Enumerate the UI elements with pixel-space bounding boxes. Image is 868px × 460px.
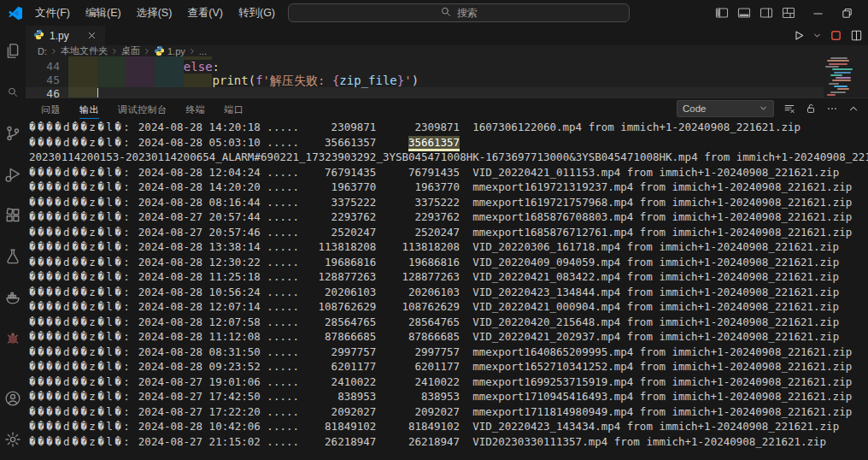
output-channel-value: Code — [683, 103, 707, 114]
panel-tab-问题[interactable]: 问题 — [41, 98, 61, 119]
settings-gear-icon[interactable] — [0, 419, 26, 460]
customize-layout-icon[interactable] — [777, 0, 800, 26]
toggle-panel-icon[interactable] — [733, 0, 755, 26]
titlebar-controls — [711, 0, 868, 26]
output-line: ����d��z�l�: 2024-08-27 20:57:46 ..... 2… — [29, 225, 868, 240]
menu-item[interactable]: 转到(G) — [231, 3, 283, 23]
minimize-icon[interactable] — [806, 0, 829, 26]
output-line: ����d��z�l�: 2024-08-27 17:42:50 ..... 8… — [29, 389, 868, 404]
output-line-wrapped: 20230114200153-20230114200654_ALARM#6902… — [29, 150, 868, 165]
line-number[interactable]: 46 — [26, 87, 60, 97]
menu-item[interactable]: 查看(V) — [179, 3, 231, 23]
bottom-panel: 问题输出调试控制台终端端口 Code ����d��z�l�: 2024-08-… — [26, 97, 868, 460]
output-channel-select[interactable]: Code — [677, 100, 774, 117]
breadcrumb: D:本地文件夹桌面1.py... — [26, 45, 868, 56]
panel-actions: Code — [677, 100, 859, 117]
split-editor-icon[interactable] — [850, 29, 863, 42]
match-highlight: 35661357 — [408, 136, 460, 151]
testing-flask-icon[interactable] — [0, 236, 26, 277]
breadcrumb-chevron-icon — [188, 47, 196, 56]
toggle-sidebar-icon[interactable] — [711, 0, 733, 26]
source-control-icon[interactable] — [0, 113, 26, 154]
output-line: ����d��z�l�: 2024-08-27 19:01:06 ..... 2… — [29, 374, 868, 390]
restore-icon[interactable] — [836, 0, 858, 26]
output-line: ����d��z�l�: 2024-08-27 21:15:02 ..... 2… — [29, 434, 868, 450]
output-line: ����d��z�l�: 2024-08-28 08:16:44 ..... 3… — [29, 195, 868, 210]
breadcrumb-chevron-icon — [50, 47, 58, 56]
search-icon — [440, 6, 452, 21]
output-line: ����d��z�l�: 2024-08-28 12:07:14 ..... 1… — [29, 299, 868, 315]
output-line: ����d��z�l�: 2024-08-28 09:23:52 ..... 6… — [29, 359, 868, 374]
clear-output-icon[interactable] — [783, 103, 795, 115]
output-line: ����d��z�l�: 2024-08-27 17:22:20 ..... 2… — [29, 404, 868, 420]
minimap[interactable] — [824, 56, 868, 97]
search-icon[interactable] — [0, 72, 26, 113]
output-line: ����d��z�l�: 2024-08-28 14:20:18 ..... 2… — [29, 120, 868, 135]
code-editor[interactable]: 44 else:45 print(f'解压失败: {zip_file}')46 — [26, 56, 868, 97]
docker-icon[interactable] — [0, 277, 26, 318]
vscode-window: 文件(F)编辑(E)选择(S)查看(V)转到(G)运行(R)··· 搜索 1.p… — [0, 0, 868, 460]
editor-line-45: 45 print(f'解压失败: {zip_file}') — [26, 74, 868, 87]
output-line: ����d��z�l�: 2024-08-28 11:25:18 ..... 1… — [29, 269, 868, 285]
search-label: 搜索 — [457, 6, 478, 21]
stop-icon[interactable] — [830, 29, 842, 42]
breadcrumb-chevron-icon — [143, 47, 151, 56]
line-number[interactable]: 45 — [26, 74, 60, 87]
output-line: ����d��z�l�: 2024-08-28 10:42:06 ..... 8… — [29, 419, 868, 434]
title-bar: 文件(F)编辑(E)选择(S)查看(V)转到(G)运行(R)··· 搜索 — [0, 0, 868, 26]
command-center-search[interactable]: 搜索 — [288, 3, 630, 22]
vscode-logo-icon — [8, 6, 22, 21]
menu-item[interactable]: 编辑(E) — [78, 3, 129, 23]
breadcrumb-item[interactable]: 桌面 — [121, 44, 140, 57]
activity-bar — [0, 26, 26, 460]
output-line: ����d��z�l�: 2024-08-28 08:31:50 ..... 2… — [29, 345, 868, 360]
output-log[interactable]: ����d��z�l�: 2024-08-28 14:20:18 ..... 2… — [26, 119, 868, 460]
panel-header: 问题输出调试控制台终端端口 Code — [26, 98, 868, 119]
run-debug-icon[interactable] — [0, 154, 26, 195]
misc-extension-icon[interactable] — [0, 318, 26, 359]
output-line: ����d��z�l�: 2024-08-28 12:30:22 ..... 1… — [29, 255, 868, 270]
chevron-down-icon[interactable] — [812, 31, 822, 40]
editor-line-46: 46 — [26, 87, 868, 97]
editor-line-44: 44 else: — [26, 60, 868, 74]
menu-item[interactable]: 文件(F) — [27, 3, 78, 23]
output-line: ����d��z�l�: 2024-08-28 11:12:08 ..... 8… — [29, 329, 868, 345]
output-line: ����d��z�l�: 2024-08-28 12:07:58 ..... 2… — [29, 315, 868, 330]
editor-actions — [792, 26, 863, 45]
panel-tab-输出[interactable]: 输出 — [79, 98, 99, 119]
text-cursor — [97, 88, 99, 97]
breadcrumb-item[interactable]: D: — [38, 46, 47, 56]
more-actions-icon[interactable] — [826, 103, 838, 115]
breadcrumb-item[interactable]: 1.py — [154, 45, 185, 56]
panel-tab-端口[interactable]: 端口 — [225, 98, 244, 119]
menu-item[interactable]: 选择(S) — [129, 3, 180, 23]
tab-1py[interactable]: 1.py — [26, 26, 105, 45]
panel-tab-调试控制台[interactable]: 调试控制台 — [118, 98, 167, 119]
account-icon[interactable] — [0, 378, 26, 419]
chevron-down-icon — [759, 103, 768, 115]
breadcrumb-chevron-icon — [110, 47, 119, 56]
editor-and-panel: 1.py D:本地文件夹桌面1.py... 44 else:45 print(f… — [26, 26, 868, 460]
run-icon[interactable] — [792, 29, 805, 42]
breadcrumb-item[interactable]: ... — [199, 46, 207, 56]
workbench: 1.py D:本地文件夹桌面1.py... 44 else:45 print(f… — [0, 26, 868, 460]
output-line: ����d��z�l�: 2024-08-28 13:38:14 ..... 1… — [29, 239, 868, 255]
toggle-secondary-sidebar-icon[interactable] — [755, 0, 777, 26]
output-line: ����d��z�l�: 2024-08-28 12:04:24 ..... 7… — [29, 165, 868, 180]
python-icon — [154, 45, 165, 56]
output-line: ����d��z�l�: 2024-08-27 20:57:44 ..... 2… — [29, 209, 868, 225]
extensions-icon[interactable] — [0, 195, 26, 236]
panel-tabs: 问题输出调试控制台终端端口 — [41, 98, 263, 119]
python-icon — [33, 29, 44, 43]
output-line: ����d��z�l�: 2024-08-28 05:03:10 ..... 3… — [29, 135, 868, 150]
breadcrumb-item[interactable]: 本地文件夹 — [61, 44, 108, 57]
output-line: ����d��z�l�: 2024-08-28 14:20:20 ..... 1… — [29, 180, 868, 195]
output-line: ����d��z�l�: 2024-08-28 10:56:24 ..... 2… — [29, 285, 868, 300]
editor-tab-bar: 1.py — [26, 26, 868, 45]
panel-tab-终端[interactable]: 终端 — [186, 98, 206, 119]
unlock-icon[interactable] — [805, 103, 817, 115]
chevron-up-icon[interactable] — [847, 103, 859, 115]
files-icon[interactable] — [0, 31, 26, 72]
line-number[interactable]: 44 — [26, 60, 60, 74]
close-icon[interactable] — [86, 30, 97, 41]
